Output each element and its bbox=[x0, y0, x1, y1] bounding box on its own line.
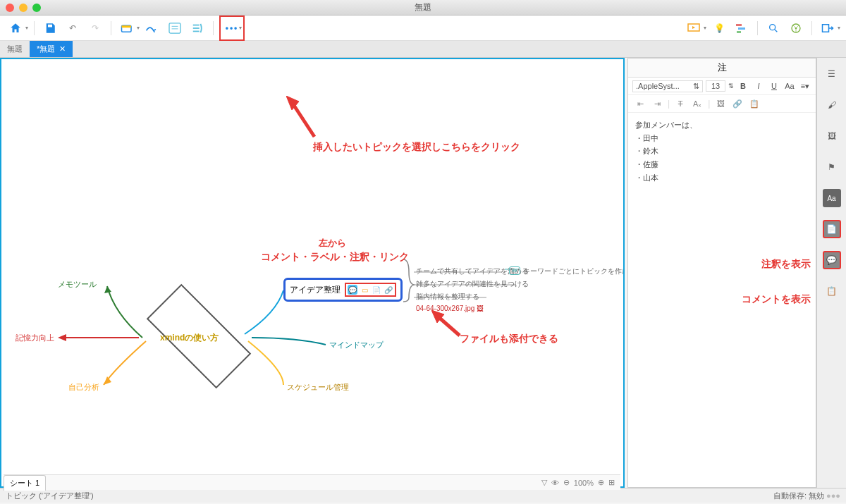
branch-mindmap[interactable]: マインドマップ bbox=[329, 340, 384, 350]
bold-button[interactable]: B bbox=[737, 80, 749, 92]
note-line: ・佐藤 bbox=[635, 158, 809, 171]
branch-schedule[interactable]: スケジュール管理 bbox=[287, 382, 349, 393]
font-color-button[interactable]: Aa bbox=[783, 80, 796, 92]
tab-label: *無題 bbox=[37, 44, 55, 54]
image-file-icon: 🖼 bbox=[477, 305, 484, 312]
strike-button[interactable]: T bbox=[674, 97, 687, 110]
note-line: ・田中 bbox=[635, 132, 809, 145]
indent-left-icon[interactable]: ⇤ bbox=[634, 97, 646, 110]
annotation-icons-body: コメント・ラベル・注釈・リンク bbox=[261, 251, 409, 264]
svg-rect-2 bbox=[169, 23, 180, 32]
sheet-tab[interactable]: シート 1 bbox=[4, 475, 46, 491]
svg-rect-20 bbox=[823, 24, 829, 32]
branch-memo[interactable]: メモツール bbox=[58, 279, 97, 290]
idea-icons-highlight: 💬 ▭ 📄 🔗 bbox=[345, 283, 396, 297]
boundary-button[interactable] bbox=[165, 18, 185, 38]
export-button[interactable] bbox=[818, 18, 838, 38]
branch-memory[interactable]: 記憶力向上 bbox=[16, 333, 54, 343]
link-icon[interactable]: 🔗 bbox=[384, 285, 393, 295]
share-button[interactable] bbox=[786, 18, 806, 38]
font-size-input[interactable]: 13 bbox=[706, 80, 725, 92]
format-icon[interactable]: 🖌 bbox=[823, 96, 841, 114]
maximize-window-icon[interactable] bbox=[32, 4, 41, 12]
redo-button[interactable]: ↷ bbox=[85, 18, 105, 38]
fit-icon[interactable]: ⊞ bbox=[608, 478, 615, 487]
comment-icon[interactable]: 💬 bbox=[348, 285, 357, 295]
central-topic[interactable]: xmindの使い方 bbox=[142, 320, 255, 355]
home-dropdown-icon[interactable]: ▾ bbox=[25, 25, 28, 31]
svg-marker-22 bbox=[58, 334, 66, 341]
clear-format-button[interactable]: Aₓ bbox=[691, 97, 704, 110]
svg-rect-10 bbox=[736, 24, 742, 26]
right-sidebar: ☰ 🖌 🖼 ⚑ Aa 📄 💬 📋 bbox=[816, 58, 846, 488]
minimize-window-icon[interactable] bbox=[19, 4, 27, 12]
mindmap-canvas[interactable]: xmindの使い方 メモツール 記憶力向上 自己分析 マインドマップ スケジュー… bbox=[0, 58, 625, 488]
branch-self[interactable]: 自己分析 bbox=[68, 382, 99, 393]
more-insert-highlight: ••• ▾ bbox=[219, 16, 245, 41]
presentation-button[interactable] bbox=[684, 18, 704, 38]
insert-image-icon[interactable]: 🖼 bbox=[714, 97, 727, 110]
window-title: 無題 bbox=[415, 1, 431, 13]
presentation-dropdown-icon[interactable]: ▾ bbox=[704, 25, 706, 31]
notes-icon[interactable]: 📄 bbox=[372, 285, 381, 295]
tab-inactive[interactable]: 無題 bbox=[0, 41, 30, 57]
font-family-select[interactable]: .AppleSyst... ⇅ bbox=[632, 80, 703, 92]
insert-link-icon[interactable]: 🔗 bbox=[731, 97, 744, 110]
comments-tab-icon[interactable]: 💬 bbox=[823, 251, 841, 269]
svg-marker-21 bbox=[104, 286, 111, 293]
branch-idea-selected[interactable]: アイデア整理 💬 ▭ 📄 🔗 bbox=[283, 278, 403, 302]
task-icon[interactable]: 📋 bbox=[823, 282, 841, 300]
zoom-in-icon[interactable]: ⊕ bbox=[598, 478, 604, 487]
note-line: ・鈴木 bbox=[635, 145, 809, 158]
relationship-button[interactable] bbox=[142, 18, 162, 38]
zoom-out-icon[interactable]: ⊖ bbox=[563, 478, 570, 487]
underline-button[interactable]: U bbox=[768, 80, 780, 92]
notes-tab-icon[interactable]: 📄 bbox=[823, 220, 841, 238]
visibility-icon[interactable]: 👁 bbox=[551, 479, 559, 487]
label-icon[interactable]: ▭ bbox=[360, 285, 369, 295]
idea-child-2[interactable]: 雑多なアイデアの関連性を見つける bbox=[416, 279, 529, 289]
close-window-icon[interactable] bbox=[6, 4, 14, 12]
home-button[interactable] bbox=[6, 18, 25, 38]
new-topic-button[interactable] bbox=[117, 18, 137, 38]
annotation-attach: ファイルも添付できる bbox=[460, 333, 558, 345]
note-line: ・山本 bbox=[635, 171, 809, 185]
tab-active[interactable]: *無題✕ bbox=[30, 41, 73, 57]
outline-icon[interactable]: ☰ bbox=[823, 65, 841, 83]
status-left: トピック ('アイデア整理') bbox=[6, 491, 94, 501]
more-dropdown-icon[interactable]: ▾ bbox=[239, 25, 242, 31]
marker-icon[interactable]: ⚑ bbox=[823, 158, 841, 176]
status-bar: トピック ('アイデア整理') 自動保存: 無効 ●●● bbox=[0, 488, 846, 503]
sheet-bar: シート 1 ▽ 👁 ⊖ 100% ⊕ ⊞ bbox=[4, 474, 620, 490]
central-topic-label: xmindの使い方 bbox=[160, 332, 219, 344]
autosave-indicator-icon[interactable]: ●●● bbox=[826, 491, 840, 500]
gantt-button[interactable] bbox=[732, 18, 752, 38]
italic-button[interactable]: I bbox=[752, 80, 765, 92]
status-right: 自動保存: 無効 ●●● bbox=[773, 491, 840, 501]
main-toolbar: ▾ ↶ ↷ ▾ ••• ▾ ▾ 💡 ▾ bbox=[0, 16, 846, 41]
undo-button[interactable]: ↶ bbox=[63, 18, 82, 38]
topic-dropdown-icon[interactable]: ▾ bbox=[137, 25, 140, 31]
relationship-label-icon[interactable]: ⇔ bbox=[509, 266, 520, 275]
notes-content[interactable]: 参加メンバーは、 ・田中 ・鈴木 ・佐藤 ・山本 bbox=[628, 113, 816, 190]
traffic-lights bbox=[6, 4, 41, 12]
filter-icon[interactable]: ▽ bbox=[541, 478, 547, 487]
idea-child-3[interactable]: 脳内情報を整理する bbox=[416, 292, 479, 302]
search-button[interactable] bbox=[764, 18, 783, 38]
align-button[interactable]: ≡▾ bbox=[799, 80, 811, 92]
annotation-insert: 挿入したいトピックを選択しこちらをクリック bbox=[313, 141, 520, 154]
export-dropdown-icon[interactable]: ▾ bbox=[838, 25, 840, 31]
linked-topic[interactable]: キーワードごとにトピックを作成 bbox=[523, 266, 625, 276]
panel-title: 注 bbox=[628, 59, 816, 78]
copy-icon[interactable]: 📋 bbox=[748, 97, 761, 110]
save-button[interactable] bbox=[40, 18, 60, 38]
indent-right-icon[interactable]: ⇥ bbox=[651, 97, 663, 110]
summary-button[interactable] bbox=[188, 18, 207, 38]
annotation-show-comments: コメントを表示 bbox=[742, 293, 811, 306]
zoom-level[interactable]: 100% bbox=[574, 479, 594, 487]
annotation-show-notes: 注釈を表示 bbox=[761, 258, 811, 271]
close-tab-icon[interactable]: ✕ bbox=[59, 44, 66, 54]
brainstorm-button[interactable]: 💡 bbox=[709, 18, 729, 38]
image-icon[interactable]: 🖼 bbox=[823, 127, 841, 145]
font-icon[interactable]: Aa bbox=[823, 189, 841, 207]
